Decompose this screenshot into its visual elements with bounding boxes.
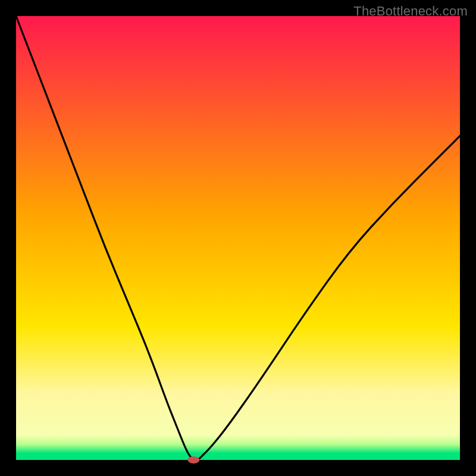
chart-frame: TheBottleneck.com [0, 0, 476, 476]
optimal-point-marker [187, 456, 199, 464]
plot-background [16, 16, 460, 460]
watermark-text: TheBottleneck.com [353, 4, 468, 19]
bottleneck-chart-svg [0, 0, 476, 476]
